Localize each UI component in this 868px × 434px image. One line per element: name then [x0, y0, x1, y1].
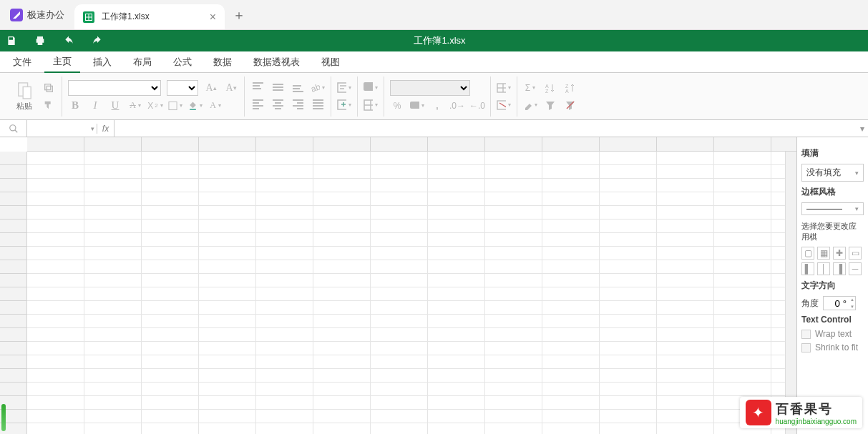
vertical-scrollbar[interactable] [785, 152, 796, 434]
underline-icon[interactable]: U [108, 99, 122, 113]
menu-3[interactable]: 布局 [125, 52, 160, 72]
menu-1[interactable]: 主页 [44, 51, 80, 73]
svg-rect-37 [364, 82, 373, 91]
menu-2[interactable]: 插入 [84, 52, 120, 72]
status-indicator [1, 404, 6, 431]
clear-icon[interactable] [523, 98, 537, 112]
font-family-select[interactable] [68, 80, 161, 96]
new-tab-button[interactable]: ＋ [225, 0, 253, 29]
svg-rect-28 [297, 102, 303, 104]
document-title: 工作簿1.xlsx [103, 34, 776, 47]
fx-label[interactable]: fx [97, 120, 114, 137]
border-outline-icon[interactable]: ▢ [801, 247, 814, 260]
border-none-icon[interactable]: ▭ [849, 247, 862, 260]
border-vertical-icon[interactable]: │ [817, 262, 830, 275]
align-left-icon[interactable] [250, 98, 265, 112]
svg-rect-15 [293, 85, 301, 87]
autosum-icon[interactable]: Σ [523, 81, 537, 95]
undo-icon[interactable] [63, 36, 74, 46]
save-icon[interactable] [6, 35, 17, 46]
print-icon[interactable] [34, 35, 46, 46]
bold-icon[interactable]: B [68, 99, 82, 113]
paste-button[interactable]: 粘贴 [11, 79, 37, 114]
svg-rect-29 [293, 105, 303, 107]
number-format-select[interactable] [390, 80, 470, 96]
insert-cells-icon[interactable] [497, 81, 511, 95]
border-horizontal-icon[interactable]: ─ [849, 262, 862, 275]
sort-asc-icon[interactable]: AZ [543, 81, 557, 95]
borders-icon[interactable] [168, 99, 182, 113]
clear-filter-icon[interactable] [563, 98, 577, 112]
name-box[interactable] [27, 124, 97, 134]
decrease-font-icon[interactable]: A▾ [224, 81, 238, 95]
border-left-icon[interactable]: ▌ [801, 262, 814, 275]
column-headers[interactable] [27, 137, 796, 152]
font-color-icon[interactable]: A [208, 99, 223, 113]
named-range-icon[interactable] [364, 98, 378, 112]
border-style-select[interactable]: ▾ [801, 202, 864, 215]
ribbon: 粘贴 A▴ A▾ B I U A X2 A [0, 73, 868, 120]
menu-0[interactable]: 文件 [4, 52, 40, 72]
close-icon[interactable]: × [210, 11, 216, 24]
shrink-to-fit-checkbox[interactable]: Shrink to fit [801, 342, 864, 352]
increase-decimal-icon[interactable]: .0→ [450, 99, 464, 113]
align-center-icon[interactable] [270, 98, 285, 112]
orientation-icon[interactable]: ab [311, 81, 325, 95]
sort-desc-icon[interactable]: ZA [563, 81, 577, 95]
formula-bar: ▾ fx ▾ [0, 120, 868, 137]
fill-color-icon[interactable] [188, 99, 203, 113]
justify-icon[interactable] [311, 98, 325, 112]
strikethrough-icon[interactable]: A [128, 99, 142, 113]
svg-rect-30 [297, 108, 303, 109]
decrease-decimal-icon[interactable]: ←.0 [470, 99, 484, 113]
percent-icon[interactable]: % [390, 99, 404, 113]
svg-rect-4 [23, 87, 31, 99]
format-painter-icon[interactable] [42, 98, 56, 112]
subscript-icon[interactable]: X2 [148, 99, 162, 113]
menu-6[interactable]: 数据透视表 [245, 52, 308, 72]
merge-group [331, 77, 358, 117]
alignment-group: ab [245, 77, 331, 117]
text-direction-heading: 文字方向 [801, 280, 864, 292]
font-size-select[interactable] [167, 80, 198, 96]
angle-up-icon[interactable]: ▲ [849, 296, 856, 303]
svg-point-52 [9, 124, 15, 130]
wrap-text-icon[interactable] [337, 81, 351, 95]
filter-icon[interactable] [543, 98, 557, 112]
border-right-icon[interactable]: ▐ [833, 262, 846, 275]
formula-input[interactable] [114, 120, 857, 137]
row-headers[interactable] [0, 152, 27, 434]
comma-style-icon[interactable]: , [430, 99, 444, 113]
border-preset-grid: ▢ ▦ ✚ ▭ [801, 247, 864, 260]
border-cross-icon[interactable]: ✚ [833, 247, 846, 260]
merge-cells-icon[interactable] [337, 98, 351, 112]
align-right-icon[interactable] [291, 98, 305, 112]
find-icon[interactable] [0, 120, 27, 137]
menu-4[interactable]: 公式 [165, 52, 200, 72]
expand-formula-icon[interactable]: ▾ [857, 124, 868, 134]
angle-down-icon[interactable]: ▼ [849, 303, 856, 310]
spreadsheet-grid[interactable] [0, 137, 796, 434]
italic-icon[interactable]: I [88, 99, 102, 113]
fill-select[interactable]: 没有填充▾ [801, 164, 864, 182]
svg-rect-7 [169, 102, 177, 109]
align-top-icon[interactable] [250, 81, 265, 95]
copy-icon[interactable] [42, 81, 56, 95]
wrap-text-checkbox[interactable]: Wrap text [801, 329, 864, 339]
align-middle-icon[interactable] [270, 81, 285, 95]
svg-rect-10 [253, 85, 260, 87]
menu-5[interactable]: 数据 [205, 52, 240, 72]
svg-rect-14 [273, 89, 283, 91]
redo-icon[interactable] [92, 36, 103, 46]
insert-function-badge-icon[interactable] [364, 81, 378, 95]
menu-7[interactable]: 视图 [313, 52, 348, 72]
document-tab[interactable]: 工作簿1.xlsx × [74, 4, 225, 29]
delete-cells-icon[interactable] [497, 98, 511, 112]
increase-font-icon[interactable]: A▴ [204, 81, 218, 95]
svg-rect-45 [497, 101, 506, 109]
border-inner-icon[interactable]: ▦ [817, 247, 830, 260]
svg-rect-9 [253, 82, 263, 84]
svg-rect-31 [313, 99, 323, 101]
align-bottom-icon[interactable] [291, 81, 305, 95]
accounting-icon[interactable] [410, 99, 424, 113]
